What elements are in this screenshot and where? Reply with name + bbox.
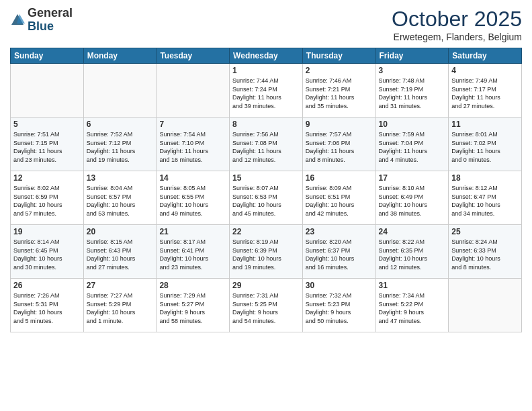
calendar-cell: 1Sunrise: 7:44 AM Sunset: 7:24 PM Daylig…: [230, 64, 303, 118]
calendar-cell: 24Sunrise: 8:22 AM Sunset: 6:35 PM Dayli…: [375, 225, 449, 279]
day-info: Sunrise: 7:31 AM Sunset: 5:25 PM Dayligh…: [232, 291, 300, 325]
day-info: Sunrise: 8:05 AM Sunset: 6:55 PM Dayligh…: [159, 184, 226, 218]
day-info: Sunrise: 8:14 AM Sunset: 6:45 PM Dayligh…: [13, 238, 81, 271]
col-saturday: Saturday: [449, 48, 522, 64]
calendar-cell: 22Sunrise: 8:19 AM Sunset: 6:39 PM Dayli…: [230, 225, 303, 279]
day-info: Sunrise: 7:49 AM Sunset: 7:17 PM Dayligh…: [451, 77, 519, 110]
calendar-header: Sunday Monday Tuesday Wednesday Thursday…: [11, 48, 522, 64]
day-number: 6: [87, 120, 154, 129]
day-info: Sunrise: 8:17 AM Sunset: 6:41 PM Dayligh…: [159, 238, 226, 271]
calendar-cell: 10Sunrise: 7:59 AM Sunset: 7:04 PM Dayli…: [375, 118, 449, 171]
calendar-cell: 27Sunrise: 7:27 AM Sunset: 5:29 PM Dayli…: [83, 279, 157, 332]
day-number: 10: [379, 120, 446, 129]
day-info: Sunrise: 7:51 AM Sunset: 7:15 PM Dayligh…: [13, 130, 81, 164]
calendar-cell: 4Sunrise: 7:49 AM Sunset: 7:17 PM Daylig…: [449, 64, 522, 118]
calendar-week-1: 5Sunrise: 7:51 AM Sunset: 7:15 PM Daylig…: [11, 118, 522, 171]
day-info: Sunrise: 7:54 AM Sunset: 7:10 PM Dayligh…: [159, 130, 226, 164]
day-info: Sunrise: 7:56 AM Sunset: 7:08 PM Dayligh…: [232, 130, 300, 164]
page-container: General Blue October 2025 Erwetegem, Fla…: [0, 0, 532, 339]
calendar-cell: 8Sunrise: 7:56 AM Sunset: 7:08 PM Daylig…: [230, 118, 303, 171]
calendar-cell: 20Sunrise: 8:15 AM Sunset: 6:43 PM Dayli…: [83, 225, 157, 279]
calendar-cell: 25Sunrise: 8:24 AM Sunset: 6:33 PM Dayli…: [449, 225, 522, 279]
day-info: Sunrise: 7:48 AM Sunset: 7:19 PM Dayligh…: [379, 77, 446, 110]
day-info: Sunrise: 8:15 AM Sunset: 6:43 PM Dayligh…: [87, 238, 154, 271]
day-info: Sunrise: 8:24 AM Sunset: 6:33 PM Dayligh…: [451, 238, 519, 271]
day-number: 28: [159, 281, 226, 290]
logo-text: General Blue: [28, 7, 73, 34]
col-friday: Friday: [375, 48, 449, 64]
day-info: Sunrise: 7:27 AM Sunset: 5:29 PM Dayligh…: [87, 291, 154, 325]
calendar-cell: 3Sunrise: 7:48 AM Sunset: 7:19 PM Daylig…: [375, 64, 449, 118]
day-number: 12: [13, 173, 81, 183]
day-info: Sunrise: 8:19 AM Sunset: 6:39 PM Dayligh…: [232, 238, 300, 271]
calendar-cell: 29Sunrise: 7:31 AM Sunset: 5:25 PM Dayli…: [230, 279, 303, 332]
day-number: 21: [159, 227, 226, 236]
month-title: October 2025: [392, 7, 522, 32]
day-number: 26: [13, 281, 81, 290]
calendar-cell: 12Sunrise: 8:02 AM Sunset: 6:59 PM Dayli…: [11, 171, 84, 225]
calendar-cell: 11Sunrise: 8:01 AM Sunset: 7:02 PM Dayli…: [449, 118, 522, 171]
day-number: 27: [87, 281, 154, 290]
calendar-cell: [157, 64, 230, 118]
day-number: 19: [13, 227, 81, 236]
calendar-cell: 21Sunrise: 8:17 AM Sunset: 6:41 PM Dayli…: [157, 225, 230, 279]
day-info: Sunrise: 7:52 AM Sunset: 7:12 PM Dayligh…: [87, 130, 154, 164]
col-sunday: Sunday: [11, 48, 84, 64]
day-info: Sunrise: 8:04 AM Sunset: 6:57 PM Dayligh…: [87, 184, 154, 218]
day-number: 31: [379, 281, 446, 290]
day-info: Sunrise: 8:10 AM Sunset: 6:49 PM Dayligh…: [379, 184, 446, 218]
day-info: Sunrise: 8:07 AM Sunset: 6:53 PM Dayligh…: [232, 184, 300, 218]
calendar-cell: 26Sunrise: 7:26 AM Sunset: 5:31 PM Dayli…: [11, 279, 84, 332]
col-wednesday: Wednesday: [230, 48, 303, 64]
day-info: Sunrise: 7:26 AM Sunset: 5:31 PM Dayligh…: [13, 291, 81, 325]
day-number: 22: [232, 227, 300, 236]
day-info: Sunrise: 8:02 AM Sunset: 6:59 PM Dayligh…: [13, 184, 81, 218]
calendar-cell: 2Sunrise: 7:46 AM Sunset: 7:21 PM Daylig…: [302, 64, 375, 118]
day-info: Sunrise: 7:46 AM Sunset: 7:21 PM Dayligh…: [306, 77, 373, 110]
day-number: 25: [451, 227, 519, 236]
day-number: 7: [159, 120, 226, 129]
calendar-cell: 30Sunrise: 7:32 AM Sunset: 5:23 PM Dayli…: [302, 279, 375, 332]
calendar-week-0: 1Sunrise: 7:44 AM Sunset: 7:24 PM Daylig…: [11, 64, 522, 118]
col-thursday: Thursday: [302, 48, 375, 64]
day-number: 29: [232, 281, 300, 290]
calendar-cell: 28Sunrise: 7:29 AM Sunset: 5:27 PM Dayli…: [157, 279, 230, 332]
logo-icon: [10, 13, 25, 28]
header-row: Sunday Monday Tuesday Wednesday Thursday…: [11, 48, 522, 64]
day-number: 1: [232, 66, 300, 75]
day-info: Sunrise: 8:09 AM Sunset: 6:51 PM Dayligh…: [306, 184, 373, 218]
logo-general: General: [28, 6, 73, 19]
calendar-cell: 7Sunrise: 7:54 AM Sunset: 7:10 PM Daylig…: [157, 118, 230, 171]
day-number: 8: [232, 120, 300, 129]
day-number: 30: [306, 281, 373, 290]
calendar-cell: 31Sunrise: 7:34 AM Sunset: 5:22 PM Dayli…: [375, 279, 449, 332]
col-monday: Monday: [83, 48, 157, 64]
calendar-table: Sunday Monday Tuesday Wednesday Thursday…: [10, 48, 522, 332]
calendar-cell: 13Sunrise: 8:04 AM Sunset: 6:57 PM Dayli…: [83, 171, 157, 225]
day-number: 9: [306, 120, 373, 129]
calendar-cell: [449, 279, 522, 332]
calendar-cell: 23Sunrise: 8:20 AM Sunset: 6:37 PM Dayli…: [302, 225, 375, 279]
calendar-cell: [83, 64, 157, 118]
day-number: 17: [379, 173, 446, 183]
day-number: 20: [87, 227, 154, 236]
calendar-cell: 16Sunrise: 8:09 AM Sunset: 6:51 PM Dayli…: [302, 171, 375, 225]
day-number: 14: [159, 173, 226, 183]
day-number: 11: [451, 120, 519, 129]
day-number: 13: [87, 173, 154, 183]
day-info: Sunrise: 8:20 AM Sunset: 6:37 PM Dayligh…: [306, 238, 373, 271]
day-info: Sunrise: 7:29 AM Sunset: 5:27 PM Dayligh…: [159, 291, 226, 325]
calendar-cell: 6Sunrise: 7:52 AM Sunset: 7:12 PM Daylig…: [83, 118, 157, 171]
day-number: 4: [451, 66, 519, 75]
day-number: 24: [379, 227, 446, 236]
calendar-body: 1Sunrise: 7:44 AM Sunset: 7:24 PM Daylig…: [11, 64, 522, 332]
day-number: 2: [306, 66, 373, 75]
logo-blue: Blue: [28, 19, 54, 33]
day-info: Sunrise: 7:59 AM Sunset: 7:04 PM Dayligh…: [379, 130, 446, 164]
calendar-cell: 14Sunrise: 8:05 AM Sunset: 6:55 PM Dayli…: [157, 171, 230, 225]
day-number: 23: [306, 227, 373, 236]
title-block: October 2025 Erwetegem, Flanders, Belgiu…: [392, 7, 522, 42]
day-info: Sunrise: 8:01 AM Sunset: 7:02 PM Dayligh…: [451, 130, 519, 164]
day-info: Sunrise: 8:12 AM Sunset: 6:47 PM Dayligh…: [451, 184, 519, 218]
day-number: 16: [306, 173, 373, 183]
